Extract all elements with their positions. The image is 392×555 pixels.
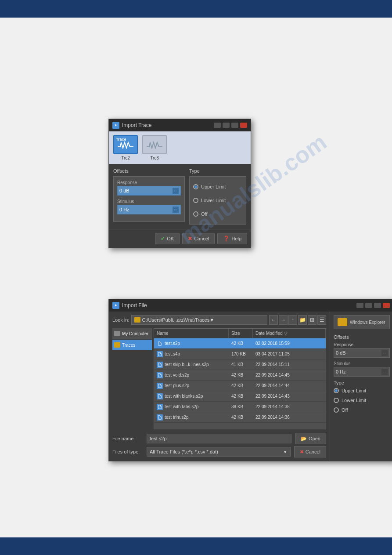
close-button[interactable] <box>240 123 247 128</box>
cancel-file-button[interactable]: ✖ Cancel <box>294 446 326 457</box>
file-cell-name: test with blanks.s2p <box>154 393 229 399</box>
file-name-input[interactable] <box>147 434 291 443</box>
stimulus-input-btn[interactable]: ⋯ <box>173 207 179 213</box>
nav-forward-button[interactable]: → <box>279 315 288 325</box>
right-type-off[interactable]: Off <box>334 407 390 413</box>
dialog1-title-text: Import Trace <box>122 122 211 128</box>
upper-limit-radio[interactable] <box>193 184 198 189</box>
help-button[interactable]: ❓ Help <box>217 233 247 244</box>
sidebar-my-computer-label: My Computer <box>122 331 148 336</box>
windows-explorer-icon <box>338 318 347 326</box>
right-stimulus-btn[interactable]: ⋯ <box>381 369 388 375</box>
sidebar-my-computer[interactable]: My Computer <box>112 328 152 339</box>
file-cell-name: test void.s2p <box>154 372 229 378</box>
dialog2-title-controls <box>356 303 390 308</box>
file-browser: Look in: C:\Users\Publi...arz\Vna\Traces… <box>109 312 330 461</box>
minimize-button[interactable] <box>223 123 230 128</box>
trace-wave-svg-1 <box>118 140 133 149</box>
right-upper-limit-radio[interactable] <box>334 388 339 393</box>
stimulus-input[interactable]: 0 Hz ⋯ <box>117 205 181 214</box>
trace-selector: Trace Trc2 Trc3 <box>109 131 251 164</box>
type-off[interactable]: Off <box>193 211 242 217</box>
stimulus-value: 0 Hz <box>119 207 173 212</box>
right-stimulus-label: Stimulus <box>334 361 390 366</box>
dialog2-minimize-button[interactable] <box>365 303 372 308</box>
file-icon <box>157 351 163 357</box>
nav-back-button[interactable]: ← <box>269 315 278 325</box>
type-section: Type Upper Limit Lower Limit Off <box>189 168 246 225</box>
nav-view-button[interactable]: ⊞ <box>308 315 316 325</box>
right-response-value: 0 dB <box>336 350 381 355</box>
dialog2-close-button[interactable] <box>383 303 390 308</box>
file-cell-date: 22.09.2014 14:45 <box>253 373 326 377</box>
file-name-text: test void.s2p <box>165 373 189 377</box>
dialog2-maximize-button[interactable] <box>374 303 381 308</box>
nav-buttons: ← → ↑ 📁 ⊞ ☰ <box>269 315 326 325</box>
type-lower-limit[interactable]: Lower Limit <box>193 198 242 203</box>
trace-item-trc3[interactable]: Trc3 <box>141 135 168 160</box>
dialog2-titlebar: ✦ Import File <box>109 299 392 312</box>
dialog1-title-controls <box>214 123 247 128</box>
file-list-scroll[interactable]: test.s2p42 KB02.02.2018 15:59test.s4p170… <box>154 338 326 429</box>
file-row[interactable]: test.s2p42 KB02.02.2018 15:59 <box>154 338 326 349</box>
stimulus-label: Stimulus <box>117 199 181 204</box>
trace-label-top-1: Trace <box>116 137 126 141</box>
trace-item-trc2[interactable]: Trace Trc2 <box>112 135 139 160</box>
off-label: Off <box>201 211 207 217</box>
dialog1-body: Offsets Response 0 dB ⋯ Stimulus 0 Hz ⋯ <box>109 164 251 229</box>
files-of-type-value: All Trace Files (*.e*p *.csv *.dat) <box>150 449 218 454</box>
file-row[interactable]: test void.s2p42 KB22.09.2014 14:45 <box>154 370 326 381</box>
look-in-path[interactable]: C:\Users\Publi...arz\Vna\Traces▼ <box>131 315 267 325</box>
sidebar-traces[interactable]: Traces <box>112 340 152 350</box>
file-cell-date: 22.09.2014 14:38 <box>253 404 326 409</box>
nav-up-button[interactable]: ↑ <box>288 315 297 325</box>
right-stimulus-value: 0 Hz <box>336 369 381 374</box>
lower-limit-radio[interactable] <box>193 198 198 203</box>
right-response-input[interactable]: 0 dB ⋯ <box>334 348 390 358</box>
windows-explorer-label: Windows Explorer <box>350 319 385 325</box>
trace-icon-trc3 <box>142 135 167 154</box>
file-row[interactable]: test plus.s2p42 KB22.09.2014 14:44 <box>154 381 326 391</box>
dialog1-titlebar: ✦ Import Trace <box>109 119 251 131</box>
right-response-label: Response <box>334 342 390 347</box>
file-row[interactable]: test.s4p170 KB03.04.2017 11:05 <box>154 349 326 359</box>
right-response-group: Response 0 dB ⋯ <box>334 342 390 358</box>
file-cell-date: 22.09.2014 14:44 <box>253 383 326 388</box>
right-type-lower-limit[interactable]: Lower Limit <box>334 398 390 403</box>
cancel-button[interactable]: ✖ Cancel <box>182 233 215 244</box>
type-upper-limit[interactable]: Upper Limit <box>193 184 242 189</box>
response-input-btn[interactable]: ⋯ <box>173 188 179 194</box>
file-row[interactable]: test with blanks.s2p42 KB22.09.2014 14:4… <box>154 391 326 402</box>
open-button[interactable]: 📂 Open <box>295 433 326 444</box>
off-radio[interactable] <box>193 211 198 217</box>
look-in-bar: Look in: C:\Users\Publi...arz\Vna\Traces… <box>112 315 326 325</box>
nav-newdir-button[interactable]: 📁 <box>298 315 307 325</box>
file-icon <box>157 383 163 389</box>
file-sidebar: My Computer Traces <box>112 328 152 429</box>
nav-list-button[interactable]: ☰ <box>317 315 326 325</box>
trace-icon-trc2: Trace <box>113 135 138 154</box>
file-row[interactable]: test trim.s2p42 KB22.09.2014 14:36 <box>154 412 326 423</box>
windows-explorer-button[interactable]: Windows Explorer <box>334 315 390 329</box>
dialog2-camera-button[interactable] <box>356 303 363 308</box>
open-label: Open <box>309 436 320 441</box>
right-type-label: Type <box>334 380 390 385</box>
file-row[interactable]: test skip b...k lines.s2p41 KB22.09.2014… <box>154 359 326 370</box>
response-input[interactable]: 0 dB ⋯ <box>117 186 181 196</box>
dialog2-body: Look in: C:\Users\Publi...arz\Vna\Traces… <box>109 312 392 461</box>
import-trace-dialog: ✦ Import Trace Trace Trc2 <box>108 119 251 248</box>
right-off-radio[interactable] <box>334 407 339 413</box>
files-of-type-select[interactable]: All Trace Files (*.e*p *.csv *.dat) ▼ <box>147 447 291 457</box>
ok-icon: ✔ <box>161 236 165 242</box>
file-row[interactable]: test with tabs.s2p38 KB22.09.2014 14:38 <box>154 402 326 412</box>
right-stimulus-input[interactable]: 0 Hz ⋯ <box>334 367 390 377</box>
file-icon <box>157 341 163 347</box>
maximize-button[interactable] <box>231 123 238 128</box>
response-label: Response <box>117 180 181 185</box>
right-type-upper-limit[interactable]: Upper Limit <box>334 388 390 393</box>
col-header-size: Size <box>229 329 253 338</box>
right-response-btn[interactable]: ⋯ <box>381 350 388 356</box>
ok-button[interactable]: ✔ OK <box>155 233 180 244</box>
camera-button[interactable] <box>214 123 221 128</box>
right-lower-limit-radio[interactable] <box>334 398 339 403</box>
